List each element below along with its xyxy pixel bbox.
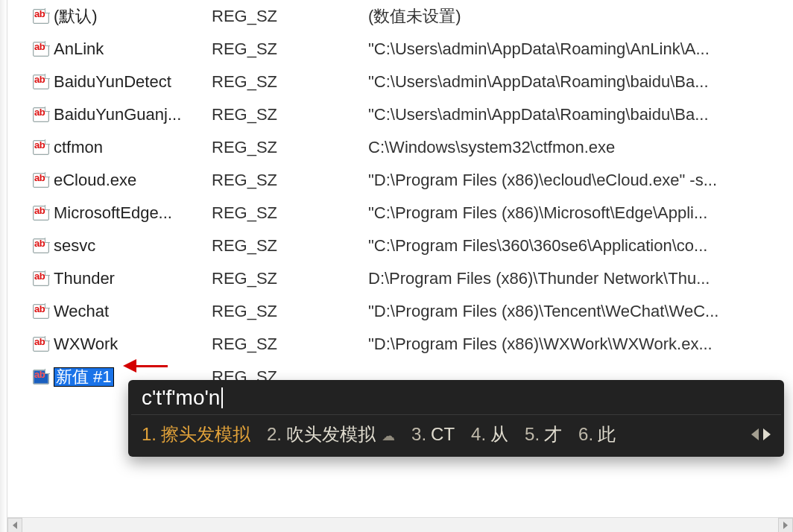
string-value-icon <box>33 140 49 155</box>
table-row[interactable]: ctfmon REG_SZ C:\Windows\system32\ctfmon… <box>15 131 793 164</box>
horizontal-scrollbar[interactable] <box>7 517 793 532</box>
registry-values-list: (默认) REG_SZ (数值未设置) AnLink REG_SZ "C:\Us… <box>15 0 793 393</box>
string-value-icon <box>33 107 49 122</box>
value-name: eCloud.exe <box>54 171 136 190</box>
value-name: sesvc <box>54 236 95 256</box>
string-value-icon <box>33 271 49 286</box>
prev-page-icon[interactable] <box>751 428 759 440</box>
chevron-right-icon <box>783 522 788 529</box>
next-page-icon[interactable] <box>763 428 771 440</box>
value-type: REG_SZ <box>212 236 368 256</box>
value-type: REG_SZ <box>212 302 368 321</box>
ime-candidate[interactable]: 1. 擦头发模拟 <box>142 422 250 446</box>
candidate-number: 1. <box>142 424 157 445</box>
candidate-number: 3. <box>411 424 426 445</box>
ime-caret <box>221 387 223 408</box>
candidate-number: 5. <box>525 424 540 445</box>
value-type: REG_SZ <box>212 203 368 223</box>
value-name: Thunder <box>54 269 115 288</box>
value-type: REG_SZ <box>212 335 368 354</box>
scroll-track[interactable] <box>22 518 778 533</box>
candidate-text: CT <box>431 424 455 445</box>
ime-composition-text: c't'f'mo'n <box>142 386 220 410</box>
candidate-text: 此 <box>598 422 616 446</box>
value-data: C:\Windows\system32\ctfmon.exe <box>368 138 793 157</box>
value-data: "C:\Program Files (x86)\Microsoft\Edge\A… <box>368 203 793 223</box>
ime-candidate[interactable]: 4. 从 <box>471 422 508 446</box>
value-type: REG_SZ <box>212 105 368 124</box>
candidate-number: 4. <box>471 424 486 445</box>
table-row[interactable]: MicrosoftEdge... REG_SZ "C:\Program File… <box>15 197 793 229</box>
value-data: (数值未设置) <box>368 5 793 28</box>
value-name: BaiduYunDetect <box>54 72 171 92</box>
candidate-text: 擦头发模拟 <box>161 422 250 446</box>
value-name-cell: BaiduYunDetect <box>33 72 212 92</box>
string-value-icon <box>33 75 49 89</box>
ime-candidate[interactable]: 3. CT <box>411 424 455 445</box>
value-name-cell: eCloud.exe <box>33 171 212 190</box>
ime-candidate[interactable]: 5. 才 <box>525 422 562 446</box>
table-row[interactable]: Thunder REG_SZ D:\Program Files (x86)\Th… <box>15 262 793 295</box>
left-border <box>0 0 7 532</box>
value-type: REG_SZ <box>212 39 368 59</box>
value-data: "C:\Users\admin\AppData\Roaming\AnLink\A… <box>368 39 793 59</box>
value-type: REG_SZ <box>212 171 368 190</box>
value-name-cell: sesvc <box>33 236 212 256</box>
value-name-cell: WXWork <box>33 335 212 354</box>
ime-candidate[interactable]: 2. 吹头发模拟 ☁ <box>267 422 395 446</box>
candidate-text: 才 <box>544 422 562 446</box>
value-data: "D:\Program Files (x86)\WXWork\WXWork.ex… <box>368 335 793 354</box>
value-data: "C:\Program Files\360\360se6\Application… <box>368 236 793 256</box>
value-data: "C:\Users\admin\AppData\Roaming\baidu\Ba… <box>368 72 793 92</box>
candidate-number: 6. <box>578 424 593 445</box>
value-name-cell: Thunder <box>33 269 212 288</box>
value-name-cell: ctfmon <box>33 138 212 157</box>
value-type: REG_SZ <box>212 138 368 157</box>
value-name-cell: (默认) <box>33 5 212 28</box>
rename-input[interactable]: 新值 #1 <box>54 367 114 387</box>
ime-popup: c't'f'mo'n 1. 擦头发模拟 2. 吹头发模拟 ☁ 3. CT 4. … <box>128 380 784 457</box>
value-name-cell: Wechat <box>33 302 212 321</box>
ime-page-nav <box>751 428 771 440</box>
value-name-cell: BaiduYunGuanj... <box>33 105 212 124</box>
value-type: REG_SZ <box>212 269 368 288</box>
table-row[interactable]: sesvc REG_SZ "C:\Program Files\360\360se… <box>15 229 793 262</box>
string-value-icon <box>33 304 49 319</box>
string-value-icon <box>33 9 49 24</box>
value-type: REG_SZ <box>212 7 368 26</box>
string-value-icon <box>33 238 49 253</box>
ime-candidate[interactable]: 6. 此 <box>578 422 616 446</box>
table-row[interactable]: eCloud.exe REG_SZ "D:\Program Files (x86… <box>15 164 793 197</box>
ime-candidates: 1. 擦头发模拟 2. 吹头发模拟 ☁ 3. CT 4. 从 5. 才 6. 此 <box>128 415 784 457</box>
string-value-icon <box>33 42 49 57</box>
value-data: "D:\Program Files (x86)\Tencent\WeChat\W… <box>368 302 793 321</box>
table-row[interactable]: WXWork REG_SZ "D:\Program Files (x86)\WX… <box>15 328 793 361</box>
string-value-icon <box>33 370 49 384</box>
table-row[interactable]: AnLink REG_SZ "C:\Users\admin\AppData\Ro… <box>15 33 793 66</box>
table-row[interactable]: (默认) REG_SZ (数值未设置) <box>15 0 793 33</box>
value-data: "D:\Program Files (x86)\ecloud\eCloud.ex… <box>368 171 793 190</box>
value-name: AnLink <box>54 39 104 59</box>
string-value-icon <box>33 173 49 188</box>
value-name: WXWork <box>54 335 118 354</box>
value-data: "C:\Users\admin\AppData\Roaming\baidu\Ba… <box>368 105 793 124</box>
table-row[interactable]: BaiduYunDetect REG_SZ "C:\Users\admin\Ap… <box>15 66 793 98</box>
scroll-right-button[interactable] <box>778 518 793 533</box>
table-row[interactable]: Wechat REG_SZ "D:\Program Files (x86)\Te… <box>15 295 793 328</box>
value-name: ctfmon <box>54 138 103 157</box>
value-name: BaiduYunGuanj... <box>54 105 181 124</box>
string-value-icon <box>33 337 49 352</box>
value-name: Wechat <box>54 302 109 321</box>
cloud-icon: ☁ <box>382 428 395 444</box>
value-name: MicrosoftEdge... <box>54 203 172 223</box>
table-row[interactable]: BaiduYunGuanj... REG_SZ "C:\Users\admin\… <box>15 98 793 131</box>
chevron-left-icon <box>13 522 17 529</box>
ime-composition[interactable]: c't'f'mo'n <box>128 380 784 414</box>
value-name: (默认) <box>54 5 98 28</box>
value-type: REG_SZ <box>212 72 368 92</box>
scroll-left-button[interactable] <box>7 518 22 533</box>
value-name-cell: MicrosoftEdge... <box>33 203 212 223</box>
value-data: D:\Program Files (x86)\Thunder Network\T… <box>368 269 793 288</box>
candidate-text: 吹头发模拟 <box>286 422 376 446</box>
candidate-number: 2. <box>267 424 282 445</box>
